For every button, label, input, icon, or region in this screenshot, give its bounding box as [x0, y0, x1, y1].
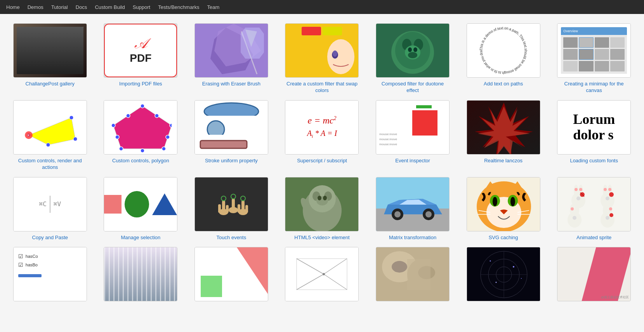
svg-point-101	[571, 207, 574, 210]
card-label-svg-caching: SVG caching	[489, 235, 518, 241]
card-label-html5-video: HTML5 <video> element	[294, 235, 349, 241]
svg-point-35	[126, 114, 130, 118]
card-label-text-path: Add text on paths	[484, 81, 523, 87]
svg-point-99	[575, 204, 579, 216]
svg-point-100	[573, 216, 576, 220]
svg-marker-4	[245, 30, 257, 47]
svg-rect-122	[407, 259, 430, 290]
svg-rect-123	[467, 247, 540, 301]
card-label-minimap: Creating a minimap for the canvas	[557, 81, 631, 94]
card-animated-sprite[interactable]: Animated sprite	[552, 177, 636, 241]
svg-point-30	[111, 123, 115, 127]
card-label-custom-controls: Custom controls, render and actions	[13, 158, 87, 171]
svg-point-120	[392, 261, 407, 273]
svg-rect-44	[226, 205, 229, 213]
svg-line-115	[324, 274, 347, 290]
nav-team[interactable]: Team	[207, 4, 219, 10]
svg-point-95	[608, 188, 611, 191]
nav-tutorial[interactable]: Tutorial	[51, 4, 68, 10]
card-import-pdf[interactable]: 𝒜 PDF Importing PDF files	[99, 23, 183, 94]
svg-point-66	[394, 211, 401, 217]
svg-rect-50	[232, 198, 235, 210]
card-bottom2[interactable]	[99, 247, 183, 301]
card-html5-video[interactable]: HTML5 <video> element	[280, 177, 365, 241]
nav-docs[interactable]: Docs	[76, 4, 87, 10]
card-label-realtime-lanczos: Realtime lanczos	[484, 158, 522, 164]
svg-point-116	[323, 273, 325, 275]
svg-marker-25	[113, 106, 172, 149]
copy-paste-display: ⌘C ⌘V	[39, 196, 61, 213]
card-text-path[interactable]: This is a demo of text on a path. This t…	[461, 23, 546, 94]
svg-line-112	[297, 259, 324, 274]
card-event-inspector[interactable]: mouse:movemouse:movemouse:move Event ins…	[370, 100, 455, 171]
nav-tests[interactable]: Tests/Benchmarks	[158, 4, 199, 10]
card-copy-paste[interactable]: ⌘C ⌘V Copy and Paste	[8, 177, 92, 241]
card-challengepost[interactable]: ChallangePost gallery	[8, 23, 92, 94]
card-label-copy-paste: Copy and Paste	[32, 235, 68, 241]
svg-rect-47	[238, 204, 240, 213]
svg-point-52	[221, 196, 226, 201]
nav-demos[interactable]: Demos	[28, 4, 43, 10]
card-superscript[interactable]: e = mc2 Ai * A = I Superscript / subscri…	[280, 100, 365, 171]
watermark-text: @掘土掘金技术社区	[601, 295, 629, 299]
card-bottom7[interactable]: @掘土掘金技术社区	[552, 247, 636, 301]
card-bottom1[interactable]: ☑hasCo ☑hasBo	[8, 247, 92, 301]
event-log: mouse:movemouse:movemouse:move	[379, 132, 397, 147]
card-label-superscript: Superscript / subscript	[297, 158, 347, 164]
card-minimap[interactable]: Overview	[552, 23, 636, 94]
svg-point-94	[604, 188, 607, 191]
nav-home[interactable]: Home	[6, 4, 20, 10]
card-label-touch-events: Touch events	[217, 235, 246, 241]
card-touch-events[interactable]: Touch events	[189, 177, 274, 241]
card-custom-controls[interactable]: × Custom controls, render and actions	[8, 100, 92, 171]
card-eraser[interactable]: Erasing with Eraser Brush	[189, 23, 274, 94]
svg-point-61	[323, 196, 327, 200]
svg-point-27	[170, 123, 172, 127]
svg-point-87	[579, 188, 582, 191]
card-composed-filter[interactable]: Composed filter for duotone effect	[370, 23, 455, 94]
nav-custom-build[interactable]: Custom Build	[95, 4, 125, 10]
card-loading-fonts[interactable]: Lorumdolor s Loading custom fonts	[552, 100, 636, 171]
pdf-thumb: 𝒜 PDF	[104, 24, 177, 77]
card-label-import-pdf: Importing PDF files	[119, 81, 162, 87]
card-custom-polygon[interactable]: Custom controls, polygon	[99, 100, 183, 171]
card-label-challengepost: ChallangePost gallery	[26, 81, 75, 87]
svg-point-7	[333, 50, 337, 57]
card-bottom6[interactable]	[461, 247, 546, 301]
card-matrix-transform[interactable]: Matrix transformation	[370, 177, 455, 241]
card-label-stroke-uniform: Stroke uniform property	[205, 158, 258, 164]
card-stroke-uniform[interactable]: Stroke uniform property	[189, 100, 274, 171]
card-bottom3[interactable]	[189, 247, 274, 301]
svg-point-20	[46, 143, 50, 147]
svg-point-130	[513, 266, 514, 268]
svg-rect-38	[200, 141, 247, 148]
svg-point-86	[575, 188, 578, 191]
card-label-composed-filter: Composed filter for duotone effect	[376, 81, 450, 94]
checkbox-item2: ☑hasBo	[18, 262, 82, 268]
svg-point-53	[241, 196, 245, 201]
svg-point-22	[69, 116, 73, 120]
svg-point-15	[413, 47, 417, 52]
svg-point-131	[495, 282, 496, 283]
card-label-event-inspector: Event inspector	[395, 158, 430, 164]
font-demo-text: Lorumdolor s	[573, 112, 615, 143]
card-svg-caching[interactable]: SVG caching	[461, 177, 546, 241]
card-bottom5[interactable]	[370, 247, 455, 301]
svg-point-103	[603, 204, 608, 216]
svg-point-132	[521, 278, 522, 279]
nav-support[interactable]: Support	[133, 4, 151, 10]
card-label-custom-filter: Create a custom filter that swap colors	[285, 81, 359, 94]
svg-point-34	[115, 135, 119, 139]
card-label-eraser: Erasing with Eraser Brush	[202, 81, 260, 87]
card-bottom4[interactable]	[280, 247, 365, 301]
svg-point-21	[73, 137, 77, 141]
svg-point-13	[408, 52, 417, 58]
svg-point-26	[141, 104, 144, 108]
svg-point-33	[141, 149, 144, 153]
card-realtime-lanczos[interactable]: Realtime lanczos	[461, 100, 546, 171]
svg-point-29	[119, 147, 123, 151]
card-custom-filter[interactable]: Create a custom filter that swap colors	[280, 23, 365, 94]
svg-point-28	[162, 147, 166, 151]
card-manage-selection[interactable]: Manage selection	[99, 177, 183, 241]
minimap-header-label: Overview	[563, 29, 578, 33]
